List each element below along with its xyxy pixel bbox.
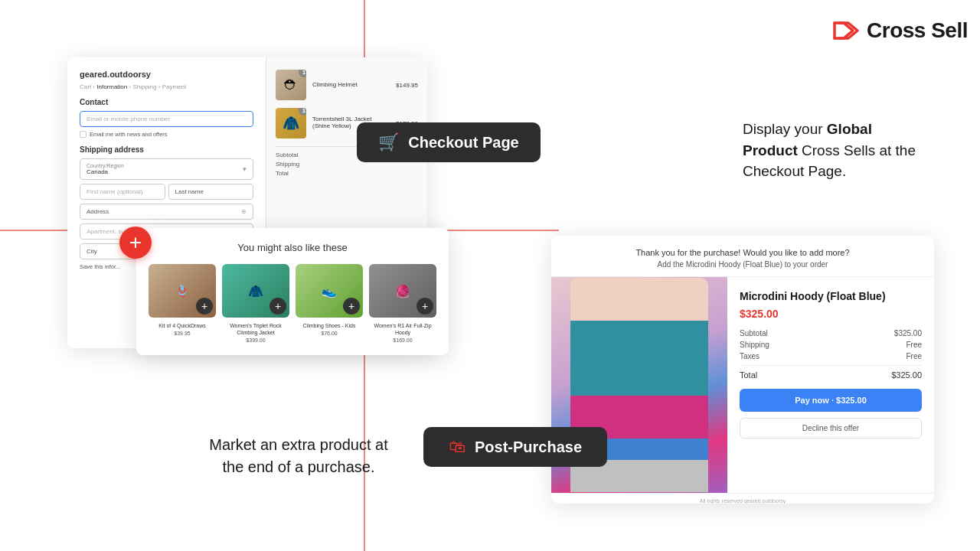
name-row: First name (optional) Last name — [80, 184, 253, 200]
pp-subtotal-label: Subtotal — [740, 329, 768, 337]
pp-total-label: Total — [740, 370, 757, 380]
firstname-input[interactable]: First name (optional) — [80, 184, 165, 200]
product-item-1: ⛑ 1 Climbing Helmet $149.95 — [276, 70, 418, 100]
checkout-description: Display your Global Product Cross Sells … — [743, 119, 919, 182]
ymal-item-2-price: $399.00 — [222, 337, 289, 343]
product-1-info: Climbing Helmet — [312, 81, 390, 90]
checkout-cta-button[interactable]: 🛒 Checkout Page — [357, 122, 541, 162]
pp-footer: All rights reserved geared.outdoorsy — [551, 493, 934, 504]
pp-taxes-label: Taxes — [740, 352, 760, 360]
pp-header: Thank you for the purchase! Would you li… — [551, 236, 934, 277]
pp-subtotal-value: $325.00 — [894, 329, 922, 337]
pp-shipping-label: Shipping — [740, 341, 769, 349]
pp-divider — [740, 365, 922, 366]
ymal-item-3: 👟 + Climbing Shoes - Kids $76.00 — [296, 264, 363, 343]
total-line: Total — [276, 170, 418, 177]
you-might-also-like-popup: You might also like these 🪢 + Kit of 4 Q… — [136, 228, 449, 355]
brand-name-text: Cross Sell — [867, 18, 968, 43]
ymal-item-2-image: 🧥 + — [222, 264, 289, 318]
shipping-label: Shipping — [276, 161, 299, 168]
newsletter-label: Email me with news and offers — [90, 131, 168, 138]
address-input[interactable]: Address ⊕ — [80, 204, 253, 220]
ymal-item-1: 🪢 + Kit of 4 QuickDraws $39.95 — [149, 264, 216, 343]
checkout-desc-before: Display your — [743, 121, 827, 137]
contact-input[interactable]: Email or mobile phone number — [80, 111, 253, 127]
ymal-add-btn-3[interactable]: + — [343, 298, 360, 315]
product-1-image: ⛑ 1 — [276, 70, 306, 100]
ymal-item-4-name: Women's R1 Air Full-Zip Hoody — [369, 322, 436, 336]
branding-area: Cross Sell — [828, 15, 968, 46]
product-1-price: $149.95 — [396, 82, 418, 89]
ymal-item-1-price: $39.95 — [149, 331, 216, 336]
total-label: Total — [276, 170, 289, 177]
newsletter-row: Email me with news and offers — [80, 131, 253, 138]
checkout-breadcrumb: Cart › Information › Shipping › Payment — [80, 83, 253, 90]
brand-logo-icon — [828, 15, 859, 46]
post-purchase-mockup: Thank you for the purchase! Would you li… — [551, 236, 934, 504]
ymal-item-4: 🧶 + Women's R1 Air Full-Zip Hoody $169.0… — [369, 264, 436, 343]
product-1-name: Climbing Helmet — [312, 81, 390, 88]
ymal-item-3-name: Climbing Shoes - Kids — [296, 322, 363, 329]
ymal-title: You might also like these — [149, 242, 436, 253]
ymal-item-3-price: $76.00 — [296, 331, 363, 336]
ymal-item-3-image: 👟 + — [296, 264, 363, 318]
ymal-products-list: 🪢 + Kit of 4 QuickDraws $39.95 🧥 + Women… — [149, 264, 436, 343]
add-button[interactable]: + — [119, 227, 152, 259]
subtotal-label: Subtotal — [276, 152, 298, 158]
dropdown-icon: ▾ — [243, 165, 247, 173]
lastname-input[interactable]: Last name — [168, 184, 254, 200]
pp-shipping-value: Free — [906, 341, 922, 349]
post-purchase-desc-line2: the end of a purchase. — [195, 456, 402, 478]
shopping-bag-icon: 🛍 — [449, 437, 466, 457]
pp-header-title: Thank you for the purchase! Would you li… — [567, 248, 919, 257]
ymal-item-2-name: Women's Triplet Rock Climbing Jacket — [222, 322, 289, 336]
ymal-item-2: 🧥 + Women's Triplet Rock Climbing Jacket… — [222, 264, 289, 343]
pp-taxes-line: Taxes Free — [740, 352, 922, 360]
ymal-add-btn-1[interactable]: + — [196, 298, 213, 315]
post-purchase-desc-line1: Market an extra product at — [195, 434, 402, 456]
post-purchase-cta-button[interactable]: 🛍 Post-Purchase — [423, 427, 607, 467]
contact-section-label: Contact — [80, 98, 253, 106]
country-value: Canada — [87, 168, 124, 175]
ymal-add-btn-2[interactable]: + — [270, 298, 286, 315]
ymal-item-1-image: 🪢 + — [149, 264, 216, 318]
pp-header-subtitle: Add the Microdini Hoody (Float Blue) to … — [567, 260, 919, 269]
cart-icon: 🛒 — [378, 132, 399, 152]
ymal-item-4-image: 🧶 + — [369, 264, 436, 318]
ymal-item-1-name: Kit of 4 QuickDraws — [149, 322, 216, 329]
pp-content: Microdini Hoody (Float Blue) $325.00 Sub… — [551, 277, 934, 493]
newsletter-checkbox[interactable] — [80, 131, 87, 138]
pp-total-line: Total $325.00 — [740, 370, 922, 380]
ymal-item-4-price: $169.00 — [369, 337, 436, 343]
pp-total-value: $325.00 — [891, 370, 922, 380]
pp-product-price: $325.00 — [740, 308, 922, 320]
post-purchase-description: Market an extra product at the end of a … — [195, 434, 402, 478]
country-select[interactable]: Country/Region Canada ▾ — [80, 158, 253, 180]
post-purchase-cta-label: Post-Purchase — [475, 439, 582, 456]
pp-taxes-value: Free — [906, 352, 922, 360]
product-2-image: 🧥 1 — [276, 108, 306, 139]
shipping-section-label: Shipping address — [80, 145, 253, 154]
pp-decline-button[interactable]: Decline this offer — [740, 418, 922, 439]
ymal-add-btn-4[interactable]: + — [416, 298, 433, 315]
pp-details-panel: Microdini Hoody (Float Blue) $325.00 Sub… — [727, 277, 934, 493]
store-name: geared.outdoorsy — [80, 70, 253, 79]
country-label: Country/Region — [87, 163, 124, 168]
checkout-cta-label: Checkout Page — [408, 134, 518, 152]
pp-product-title: Microdini Hoody (Float Blue) — [740, 289, 922, 303]
location-icon: ⊕ — [241, 208, 247, 215]
pp-subtotal-line: Subtotal $325.00 — [740, 329, 922, 337]
pp-shipping-line: Shipping Free — [740, 341, 922, 349]
pp-pay-button[interactable]: Pay now · $325.00 — [740, 389, 922, 412]
